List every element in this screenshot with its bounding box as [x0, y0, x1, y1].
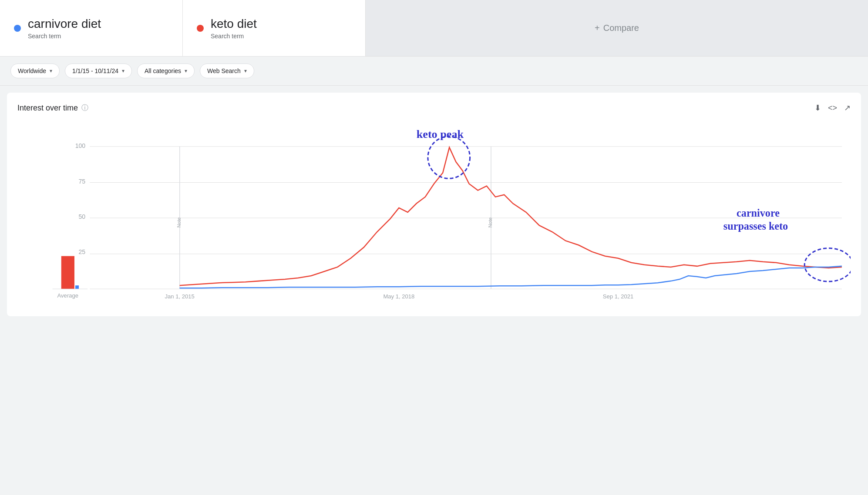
keto-term-text: keto diet Search term	[211, 17, 257, 40]
share-icon[interactable]: ↗	[844, 103, 851, 113]
filter-region-label: Worldwide	[18, 67, 46, 74]
chevron-down-icon: ▾	[50, 68, 52, 74]
filter-search-type[interactable]: Web Search ▾	[200, 64, 254, 78]
main-content: Interest over time ⓘ ⬇ <> ↗ 100 75 50 25…	[7, 93, 861, 316]
svg-text:50: 50	[78, 213, 85, 220]
svg-text:Note: Note	[176, 217, 182, 227]
svg-text:75: 75	[78, 178, 85, 185]
chevron-down-icon: ▾	[244, 68, 247, 74]
keto-dot	[197, 25, 204, 32]
filter-region[interactable]: Worldwide ▾	[10, 64, 60, 78]
carnivore-surpasses-circle	[804, 248, 851, 282]
svg-text:Sep 1, 2021: Sep 1, 2021	[603, 293, 634, 300]
compare-card[interactable]: + Compare	[366, 0, 868, 56]
compare-plus-icon: +	[595, 23, 600, 33]
filter-bar: Worldwide ▾ 1/1/15 - 10/11/24 ▾ All cate…	[0, 57, 868, 86]
chart-svg: 100 75 50 25 Note Note Jan 1, 2015 May 1…	[17, 123, 851, 306]
keto-peak-annotation: keto peak	[417, 128, 464, 140]
info-icon[interactable]: ⓘ	[81, 104, 88, 113]
download-icon[interactable]: ⬇	[814, 103, 821, 113]
svg-text:May 1, 2018: May 1, 2018	[383, 293, 414, 300]
chevron-down-icon: ▾	[185, 68, 187, 74]
svg-text:100: 100	[75, 142, 86, 149]
filter-category[interactable]: All categories ▾	[137, 64, 195, 78]
filter-category-label: All categories	[145, 67, 181, 74]
chart-container: 100 75 50 25 Note Note Jan 1, 2015 May 1…	[17, 123, 851, 306]
section-title-text: Interest over time	[17, 104, 78, 113]
section-header: Interest over time ⓘ ⬇ <> ↗	[17, 103, 851, 113]
avg-bar-blue	[75, 285, 79, 289]
carnivore-dot	[14, 25, 21, 32]
avg-bar-red	[61, 256, 74, 289]
filter-date[interactable]: 1/1/15 - 10/11/24 ▾	[65, 64, 132, 78]
chevron-down-icon: ▾	[122, 68, 124, 74]
svg-text:Average: Average	[57, 292, 78, 299]
svg-text:Note: Note	[488, 217, 493, 227]
top-bar: carnivore diet Search term keto diet Sea…	[0, 0, 868, 57]
carnivore-term-name: carnivore diet	[28, 17, 101, 31]
term-card-keto: keto diet Search term	[183, 0, 366, 56]
svg-text:25: 25	[78, 248, 85, 255]
filter-date-label: 1/1/15 - 10/11/24	[72, 67, 118, 74]
carnivore-surpasses-annotation-line1: carnivore	[737, 207, 780, 219]
term-card-carnivore: carnivore diet Search term	[0, 0, 183, 56]
carnivore-line	[180, 266, 842, 288]
keto-term-name: keto diet	[211, 17, 257, 31]
embed-icon[interactable]: <>	[828, 104, 837, 113]
filter-search-type-label: Web Search	[207, 67, 241, 74]
carnivore-term-type: Search term	[28, 33, 101, 40]
keto-term-type: Search term	[211, 33, 257, 40]
svg-text:Jan 1, 2015: Jan 1, 2015	[165, 293, 195, 300]
compare-label: Compare	[603, 23, 639, 33]
carnivore-surpasses-annotation-line2: surpasses keto	[723, 220, 788, 232]
carnivore-term-text: carnivore diet Search term	[28, 17, 101, 40]
header-actions: ⬇ <> ↗	[814, 103, 851, 113]
section-title-group: Interest over time ⓘ	[17, 104, 88, 113]
